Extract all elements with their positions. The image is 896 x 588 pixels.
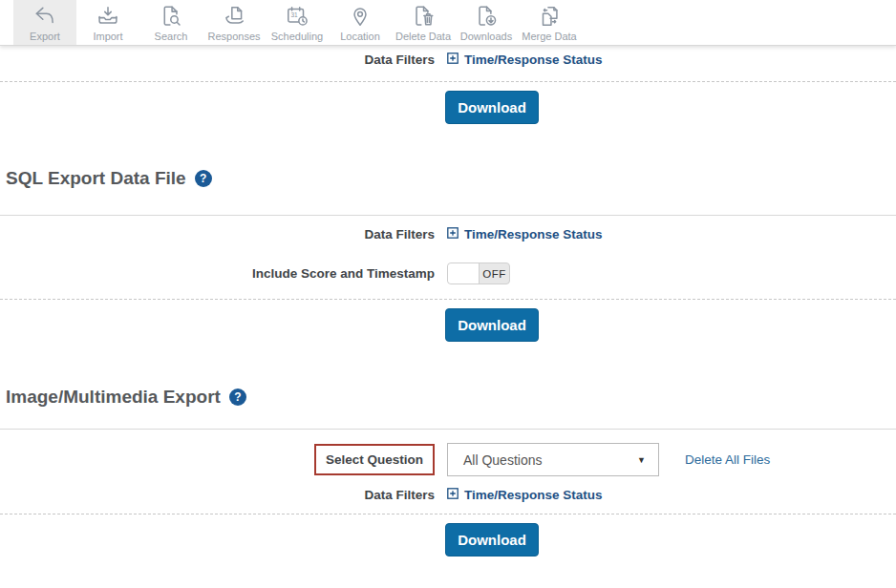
expand-plus-icon	[447, 227, 459, 242]
toolbar-item-import[interactable]: Import	[76, 0, 139, 45]
search-icon	[159, 4, 183, 29]
toolbar-item-label: Responses	[207, 31, 260, 42]
dashed-divider	[0, 299, 896, 300]
data-filters-label: Data Filters	[0, 488, 435, 502]
media-data-filters-row: Data Filters Time/Response Status	[0, 488, 896, 502]
toggle-state-label: OFF	[480, 268, 509, 280]
select-question-label-highlighted: Select Question	[314, 444, 435, 475]
section-divider	[0, 429, 896, 430]
delete-all-files-link[interactable]: Delete All Files	[685, 452, 770, 467]
include-score-row: Include Score and Timestamp OFF	[0, 262, 896, 284]
export-content: Data Filters Time/Response Status Downlo…	[0, 46, 896, 556]
location-icon	[348, 4, 373, 29]
import-icon	[96, 4, 120, 29]
toggle-knob	[448, 263, 480, 284]
toolbar-item-delete-data[interactable]: Delete Data	[392, 0, 455, 45]
download-button[interactable]: Download	[445, 523, 539, 556]
section-title: SQL Export Data File	[6, 167, 186, 190]
question-select-value: All Questions	[463, 452, 542, 468]
help-icon[interactable]: ?	[195, 170, 212, 187]
toolbar-item-label: Scheduling	[271, 31, 323, 42]
toolbar-item-responses[interactable]: Responses	[203, 0, 266, 45]
toolbar-item-merge-data[interactable]: Merge Data	[518, 0, 581, 45]
export-page: Export Import Search Responses	[0, 0, 896, 588]
top-data-filters-row: Data Filters Time/Response Status	[0, 46, 896, 67]
data-filters-label: Data Filters	[0, 227, 435, 242]
toolbar-item-location[interactable]: Location	[329, 0, 392, 45]
chevron-down-icon: ▼	[637, 455, 646, 465]
delete-data-icon	[411, 4, 436, 29]
downloads-icon	[474, 4, 499, 29]
scheduling-icon: 31	[285, 4, 309, 29]
time-response-status-link[interactable]: Time/Response Status	[447, 488, 603, 502]
data-toolbar: Export Import Search Responses	[0, 0, 896, 46]
download-button[interactable]: Download	[445, 308, 539, 342]
expand-plus-icon	[447, 52, 459, 67]
responses-icon	[222, 4, 246, 29]
include-score-label: Include Score and Timestamp	[0, 266, 435, 281]
toolbar-item-label: Import	[93, 31, 122, 42]
toolbar-item-label: Merge Data	[522, 31, 576, 42]
data-filters-label: Data Filters	[0, 52, 435, 67]
help-icon[interactable]: ?	[229, 388, 246, 406]
dashed-divider	[0, 81, 896, 82]
sql-export-heading: SQL Export Data File ?	[0, 167, 896, 190]
time-response-status-link[interactable]: Time/Response Status	[447, 227, 603, 242]
question-select[interactable]: All Questions ▼	[447, 443, 659, 476]
toolbar-item-downloads[interactable]: Downloads	[455, 0, 518, 45]
toolbar-item-label: Downloads	[460, 31, 512, 42]
toolbar-item-label: Location	[340, 31, 380, 42]
dashed-divider	[0, 514, 896, 514]
toolbar-item-label: Delete Data	[395, 31, 451, 42]
select-question-row: Select Question All Questions ▼ Delete A…	[0, 443, 896, 476]
toolbar-item-scheduling[interactable]: 31 Scheduling	[266, 0, 329, 45]
export-icon	[32, 4, 57, 29]
toolbar-item-search[interactable]: Search	[139, 0, 203, 45]
toolbar-item-label: Export	[30, 31, 60, 42]
section-title: Image/Multimedia Export	[6, 386, 221, 409]
merge-data-icon	[537, 4, 562, 29]
section-divider	[0, 215, 896, 216]
toolbar-item-label: Search	[155, 31, 188, 42]
include-score-toggle[interactable]: OFF	[447, 262, 510, 284]
time-response-status-link[interactable]: Time/Response Status	[447, 52, 603, 67]
toolbar-item-export[interactable]: Export	[13, 0, 76, 45]
download-button[interactable]: Download	[445, 91, 539, 124]
media-export-heading: Image/Multimedia Export ?	[0, 386, 896, 409]
svg-text:31: 31	[291, 11, 299, 18]
expand-plus-icon	[447, 488, 459, 502]
sql-data-filters-row: Data Filters Time/Response Status	[0, 227, 896, 242]
